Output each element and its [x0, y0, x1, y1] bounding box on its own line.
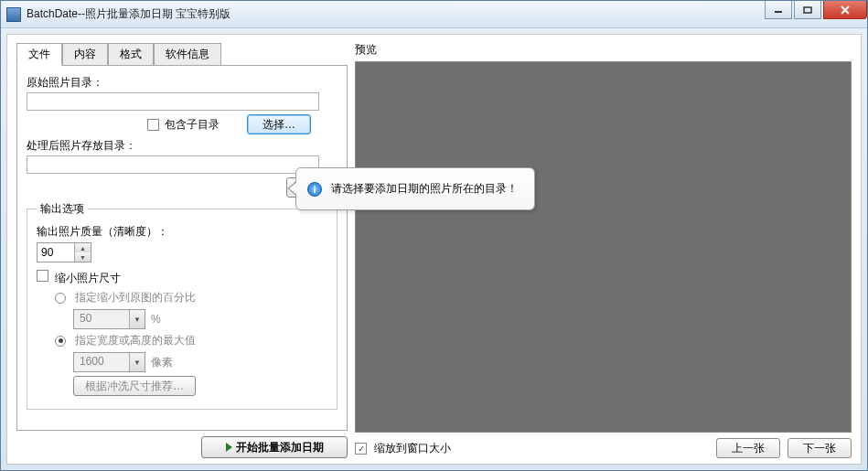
shrink-checkbox[interactable] — [37, 270, 48, 282]
start-button-label: 开始批量添加日期 — [236, 440, 324, 455]
percent-radio[interactable] — [55, 293, 66, 304]
chevron-down-icon: ▼ — [129, 353, 145, 371]
tab-file[interactable]: 文件 — [16, 43, 62, 66]
tab-format[interactable]: 格式 — [108, 43, 154, 66]
chevron-down-icon: ▼ — [129, 310, 145, 328]
fit-window-label: 缩放到窗口大小 — [374, 441, 451, 456]
percent-value: 50 — [74, 310, 129, 328]
output-options-group: 输出选项 输出照片质量（清晰度）： ▲▼ 缩小照片尺寸 — [27, 201, 338, 410]
tab-body-file: 原始照片目录： 包含子目录 选择… 处理后照片存放目录： 选择… 输出选项 — [16, 65, 348, 431]
maxdim-combo[interactable]: 1600 ▼ — [73, 352, 145, 372]
include-subdir-label: 包含子目录 — [165, 117, 220, 133]
window-title: BatchDate--照片批量添加日期 宝宝特别版 — [27, 6, 230, 22]
next-button[interactable]: 下一张 — [788, 438, 852, 458]
percent-combo[interactable]: 50 ▼ — [73, 309, 145, 329]
out-dir-label: 处理后照片存放目录： — [27, 139, 136, 152]
info-icon: i — [307, 182, 322, 197]
maxdim-radio-label: 指定宽度或高度的最大值 — [75, 333, 196, 348]
select-src-button[interactable]: 选择… — [247, 114, 311, 134]
shrink-label: 缩小照片尺寸 — [55, 272, 121, 284]
main-window: BatchDate--照片批量添加日期 宝宝特别版 文件 内容 格式 软件信息 … — [0, 0, 868, 471]
quality-label: 输出照片质量（清晰度）： — [37, 225, 168, 238]
out-dir-input[interactable] — [27, 155, 319, 174]
titlebar: BatchDate--照片批量添加日期 宝宝特别版 — [1, 1, 867, 28]
output-options-legend: 输出选项 — [37, 201, 88, 217]
minimize-button[interactable] — [765, 1, 792, 19]
percent-radio-label: 指定缩小到原图的百分比 — [75, 290, 196, 305]
tooltip-text: 请选择要添加日期的照片所在的目录！ — [331, 181, 518, 197]
include-subdir-checkbox[interactable] — [147, 119, 159, 131]
close-button[interactable] — [823, 1, 867, 19]
tab-content[interactable]: 内容 — [62, 43, 108, 66]
tooltip-balloon: i 请选择要添加日期的照片所在的目录！ — [295, 167, 535, 210]
spinner-up-icon[interactable]: ▲ — [75, 243, 91, 252]
recommend-button[interactable]: 根据冲洗尺寸推荐… — [73, 376, 196, 396]
maxdim-value: 1600 — [74, 353, 129, 371]
quality-spinner[interactable]: ▲▼ — [37, 242, 91, 262]
play-icon — [226, 443, 232, 452]
maxdim-unit: 像素 — [151, 355, 173, 370]
maxdim-radio[interactable] — [55, 336, 66, 347]
right-panel: 预览 ✓ 缩放到窗口大小 上一张 下一张 — [355, 42, 852, 458]
svg-rect-1 — [804, 7, 811, 13]
fit-window-checkbox[interactable]: ✓ — [355, 443, 367, 455]
left-panel: 文件 内容 格式 软件信息 原始照片目录： 包含子目录 选择… 处理后照片存放目… — [16, 42, 348, 458]
preview-area — [355, 61, 852, 433]
maximize-button[interactable] — [794, 1, 821, 19]
prev-button[interactable]: 上一张 — [716, 438, 780, 458]
tab-about[interactable]: 软件信息 — [154, 43, 221, 66]
percent-unit: % — [151, 313, 161, 326]
src-dir-input[interactable] — [27, 92, 319, 111]
app-icon — [6, 7, 21, 22]
client-area: 文件 内容 格式 软件信息 原始照片目录： 包含子目录 选择… 处理后照片存放目… — [6, 34, 862, 465]
quality-value[interactable] — [38, 243, 74, 262]
spinner-down-icon[interactable]: ▼ — [75, 252, 91, 262]
src-dir-label: 原始照片目录： — [27, 76, 103, 89]
preview-label: 预览 — [355, 42, 852, 58]
tab-strip: 文件 内容 格式 软件信息 — [16, 43, 348, 66]
start-button[interactable]: 开始批量添加日期 — [201, 436, 348, 458]
